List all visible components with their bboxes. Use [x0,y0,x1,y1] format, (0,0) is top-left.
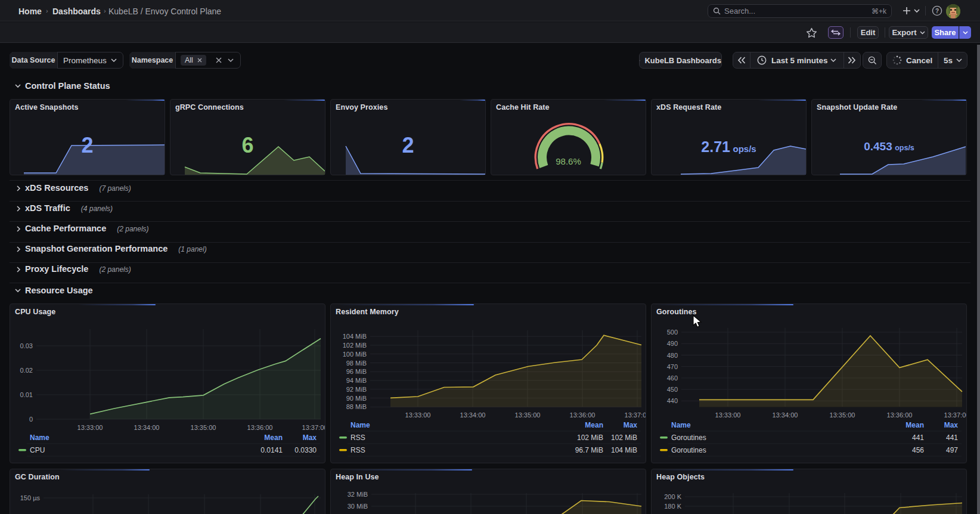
svg-text:Name: Name [671,421,691,429]
svg-text:13:35:00: 13:35:00 [830,411,855,419]
svg-text:460: 460 [667,374,678,382]
svg-text:Mean: Mean [264,434,283,442]
svg-text:13:33:00: 13:33:00 [405,411,431,419]
svg-text:0.03: 0.03 [20,342,33,349]
svg-text:88 MiB: 88 MiB [346,403,367,410]
svg-text:13:34:00: 13:34:00 [134,424,160,431]
svg-text:490: 490 [667,340,678,347]
svg-text:441: 441 [946,434,958,442]
svg-text:441: 441 [912,434,924,442]
svg-text:94 MiB: 94 MiB [346,377,367,384]
svg-text:13:35:00: 13:35:00 [515,411,541,419]
svg-text:13:33:00: 13:33:00 [715,411,741,419]
svg-text:0.02: 0.02 [20,367,33,374]
svg-text:456: 456 [912,446,924,454]
svg-text:92 MiB: 92 MiB [346,386,367,393]
svg-text:450: 450 [667,386,678,393]
svg-text:200 K: 200 K [664,493,681,500]
svg-text:RSS: RSS [351,434,365,442]
svg-text:13:37:00: 13:37:00 [302,424,325,431]
svg-text:90 MiB: 90 MiB [346,395,367,402]
svg-text:497: 497 [946,446,958,454]
svg-text:13:36:00: 13:36:00 [887,411,913,419]
svg-text:13:37:00: 13:37:00 [625,411,646,419]
svg-text:0.0330: 0.0330 [294,446,317,454]
svg-text:500: 500 [667,329,678,336]
svg-text:Goroutines: Goroutines [671,446,706,454]
svg-text:0.0141: 0.0141 [260,446,283,454]
svg-text:Name: Name [30,434,49,442]
svg-text:Goroutines: Goroutines [671,434,706,442]
svg-text:Mean: Mean [905,421,924,429]
svg-text:Max: Max [303,434,317,442]
svg-text:13:36:00: 13:36:00 [570,411,596,419]
svg-text:RSS: RSS [351,446,365,454]
svg-text:30 MiB: 30 MiB [348,503,368,510]
svg-text:13:37:00: 13:37:00 [944,411,966,419]
svg-text:0: 0 [29,416,33,423]
svg-text:13:34:00: 13:34:00 [773,411,798,419]
svg-text:Max: Max [624,421,638,429]
svg-text:180 K: 180 K [664,503,681,510]
svg-text:102 MiB: 102 MiB [611,434,637,442]
svg-text:13:34:00: 13:34:00 [460,411,486,419]
svg-text:?: ? [935,8,939,14]
svg-text:13:36:00: 13:36:00 [247,424,273,431]
svg-text:96 MiB: 96 MiB [346,368,367,375]
svg-text:98 MiB: 98 MiB [346,360,367,367]
svg-text:0.01: 0.01 [20,391,33,398]
svg-text:104 MiB: 104 MiB [611,446,637,454]
svg-text:470: 470 [667,363,678,370]
svg-text:Mean: Mean [585,421,603,429]
svg-text:102 MiB: 102 MiB [577,434,603,442]
svg-text:440: 440 [667,397,678,404]
svg-text:Max: Max [944,421,959,429]
svg-text:100 MiB: 100 MiB [343,351,367,358]
svg-text:32 MiB: 32 MiB [348,491,368,498]
svg-text:13:33:00: 13:33:00 [77,424,103,431]
svg-text:96.7 MiB: 96.7 MiB [575,446,603,454]
svg-text:104 MiB: 104 MiB [343,333,367,340]
svg-text:102 MiB: 102 MiB [343,342,367,349]
svg-text:CPU: CPU [30,446,45,454]
svg-text:Name: Name [351,421,370,429]
svg-text:480: 480 [667,352,678,359]
svg-text:150 µs: 150 µs [20,494,41,501]
svg-text:13:35:00: 13:35:00 [191,424,216,431]
